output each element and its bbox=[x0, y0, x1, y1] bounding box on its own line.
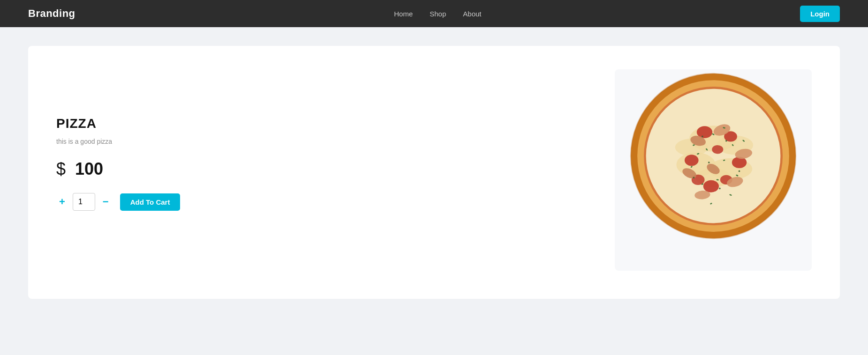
product-title: PIZZA bbox=[56, 116, 615, 131]
svg-point-13 bbox=[732, 157, 747, 168]
svg-point-3 bbox=[646, 89, 781, 223]
svg-point-40 bbox=[708, 162, 710, 163]
product-price: $ 100 bbox=[56, 159, 615, 179]
svg-point-39 bbox=[725, 140, 727, 142]
main-content: PIZZA this is a good pizza $ 100 + − Add… bbox=[0, 27, 868, 355]
price-symbol: $ bbox=[56, 159, 66, 178]
brand-logo: Branding bbox=[28, 7, 75, 20]
nav-link-home[interactable]: Home bbox=[394, 10, 413, 18]
svg-point-17 bbox=[712, 145, 723, 154]
product-image-wrapper bbox=[615, 69, 812, 271]
price-value: 100 bbox=[75, 159, 103, 178]
svg-point-43 bbox=[719, 188, 721, 190]
quantity-input[interactable] bbox=[73, 193, 95, 211]
product-description: this is a good pizza bbox=[56, 138, 615, 145]
nav-link-shop[interactable]: Shop bbox=[430, 10, 446, 18]
product-card: PIZZA this is a good pizza $ 100 + − Add… bbox=[28, 46, 840, 299]
login-button[interactable]: Login bbox=[800, 6, 840, 22]
svg-point-44 bbox=[702, 136, 703, 138]
quantity-decrement-button[interactable]: − bbox=[100, 196, 112, 208]
nav-links: Home Shop About bbox=[394, 10, 481, 18]
svg-point-14 bbox=[703, 180, 719, 192]
quantity-controls: + − Add To Cart bbox=[56, 193, 615, 211]
product-info: PIZZA this is a good pizza $ 100 + − Add… bbox=[56, 69, 615, 211]
quantity-increment-button[interactable]: + bbox=[56, 196, 68, 208]
nav-link-about[interactable]: About bbox=[463, 10, 481, 18]
svg-point-41 bbox=[739, 170, 740, 172]
svg-point-42 bbox=[693, 177, 695, 178]
product-image bbox=[626, 69, 800, 243]
add-to-cart-button[interactable]: Add To Cart bbox=[120, 193, 181, 211]
svg-point-12 bbox=[685, 155, 699, 166]
navbar: Branding Home Shop About Login bbox=[0, 0, 868, 27]
